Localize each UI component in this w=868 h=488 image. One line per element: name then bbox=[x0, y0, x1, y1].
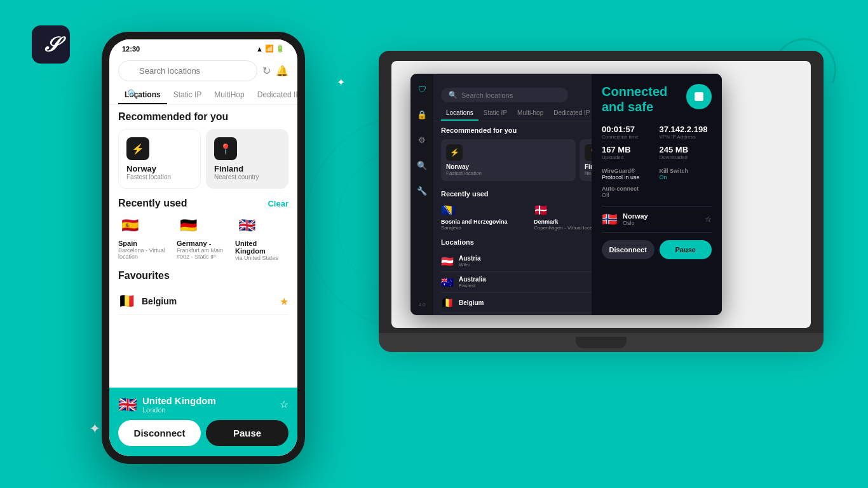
recent-uk[interactable]: 🇬🇧 United Kingdom via United States bbox=[235, 214, 288, 261]
recent-spain[interactable]: 🇪🇸 Spain Barcelona - Virtual location bbox=[118, 214, 172, 261]
phone-search-input[interactable] bbox=[118, 60, 257, 81]
star-icon[interactable]: ★ bbox=[280, 295, 288, 308]
app-tab-static-ip[interactable]: Static IP bbox=[478, 106, 512, 121]
phone-search-actions: ↻ 🔔 bbox=[262, 65, 288, 77]
sidebar-search-icon[interactable]: 🔍 bbox=[414, 158, 430, 173]
favourites-list: 🇧🇪 Belgium ★ bbox=[118, 288, 288, 315]
phone-search-row: 🔍 ↻ 🔔 bbox=[109, 55, 297, 86]
australia2-flag: 🇦🇺 bbox=[441, 276, 454, 288]
downloaded-stat: 245 MB Downloaded bbox=[660, 145, 712, 160]
laptop-disconnect-button[interactable]: Disconnect bbox=[602, 240, 654, 259]
bell-icon[interactable]: 🔔 bbox=[276, 65, 288, 77]
app-tab-multihop[interactable]: Multi-hop bbox=[512, 106, 548, 121]
bosnia-name: Bosnia and Herzegovina bbox=[441, 219, 508, 225]
phone-status-bar: 12:30 ▲ 📶 🔋 bbox=[109, 39, 297, 55]
laptop-pause-button[interactable]: Pause bbox=[660, 240, 712, 259]
app-search-box: 🔍 bbox=[441, 88, 568, 102]
sidebar-lock-icon[interactable]: 🔒 bbox=[414, 107, 430, 122]
auto-connect-info: Auto-connect Off bbox=[602, 186, 654, 198]
app-logo: 𝒮 bbox=[32, 25, 70, 64]
connection-time-stat: 00:01:57 Connection time bbox=[602, 125, 654, 140]
uploaded-label: Uploaded bbox=[602, 154, 654, 160]
app-search-input[interactable] bbox=[461, 92, 560, 99]
germany-name: Germany - bbox=[177, 240, 211, 247]
app-norway-name: Norway bbox=[446, 163, 571, 170]
rec-card-norway[interactable]: ⚡ Norway Fastest location bbox=[118, 129, 201, 189]
tab-locations[interactable]: Locations bbox=[118, 86, 167, 104]
laptop-notch bbox=[576, 337, 627, 348]
connected-flag: 🇬🇧 bbox=[118, 396, 137, 414]
rec-card-finland[interactable]: 📍 Finland Nearest country bbox=[206, 129, 288, 189]
spain-flag: 🇪🇸 bbox=[118, 214, 141, 237]
norway-icon: ⚡ bbox=[126, 137, 149, 160]
stats-grid: 00:01:57 Connection time 37.142.2.198 VP… bbox=[602, 125, 712, 160]
app-rec-norway[interactable]: ⚡ Norway Fastest location bbox=[441, 139, 576, 181]
laptop-action-buttons: Disconnect Pause bbox=[602, 240, 712, 259]
phone-time: 12:30 bbox=[122, 45, 140, 53]
disconnect-button[interactable]: Disconnect bbox=[118, 420, 201, 446]
recently-used-header: Recently used Clear bbox=[118, 198, 288, 209]
sidebar-shield-icon[interactable]: 🛡 bbox=[414, 81, 430, 97]
recommended-grid: ⚡ Norway Fastest location 📍 Finland Near… bbox=[118, 129, 288, 189]
downloaded-value: 245 MB bbox=[660, 145, 712, 154]
status-icons: ▲ 📶 🔋 bbox=[256, 44, 285, 53]
tab-dedicated-ip[interactable]: Dedicated IP bbox=[251, 86, 297, 104]
recent-germany[interactable]: 🇩🇪 Germany - Frankfurt am Main #002 - St… bbox=[177, 214, 230, 261]
kill-switch-info: Kill Switch On bbox=[660, 168, 712, 180]
protocol-sublabel: Protocol in use bbox=[602, 174, 654, 180]
wifi-icon: ▲ bbox=[256, 45, 263, 53]
denmark-flag: 🇩🇰 bbox=[534, 203, 548, 217]
uk-name: United Kingdom bbox=[235, 240, 288, 255]
phone-device: 12:30 ▲ 📶 🔋 🔍 ↻ 🔔 Locations Static IP Mu… bbox=[102, 32, 305, 464]
belgium-name: Belgium bbox=[142, 296, 273, 306]
connected-text: United Kingdom London bbox=[142, 395, 275, 414]
laptop-base bbox=[379, 333, 824, 352]
austria-flag: 🇦🇹 bbox=[441, 255, 454, 268]
finland-name: Finland bbox=[214, 164, 243, 173]
laptop-device: 🛡 🔒 ⚙ 🔍 🔧 4.0 — □ ✕ bbox=[379, 51, 824, 381]
pause-button[interactable]: Pause bbox=[206, 420, 288, 446]
connected-location-row: 🇳🇴 Norway Oslo ☆ bbox=[602, 206, 712, 233]
protocol-info: WireGuard® Protocol in use bbox=[602, 168, 654, 180]
favourites-title: Favourites bbox=[118, 270, 288, 281]
sidebar-settings-icon[interactable]: ⚙ bbox=[414, 132, 430, 147]
norway-name: Norway bbox=[126, 164, 156, 173]
conn-country: Norway bbox=[623, 212, 648, 220]
norway-sub: Fastest location bbox=[126, 173, 171, 180]
belgium-flag: 🇧🇪 bbox=[118, 293, 135, 309]
connection-time-value: 00:01:57 bbox=[602, 125, 654, 134]
uk-sub: via United States bbox=[235, 255, 278, 261]
app-tab-dedicated-ip[interactable]: Dedicated IP bbox=[548, 106, 595, 121]
connected-city: London bbox=[142, 406, 275, 414]
bosnia-sub: Sarajevo bbox=[441, 225, 461, 231]
recent-row: 🇪🇸 Spain Barcelona - Virtual location 🇩🇪… bbox=[118, 214, 288, 261]
toggle-icon bbox=[695, 92, 703, 101]
uploaded-value: 167 MB bbox=[602, 145, 654, 154]
recently-used-title: Recently used bbox=[118, 198, 187, 209]
search-icon: 🔍 bbox=[127, 89, 138, 99]
vpn-toggle[interactable] bbox=[686, 84, 712, 109]
conn-star-icon[interactable]: ☆ bbox=[705, 215, 712, 224]
recommended-title: Recommended for you bbox=[118, 111, 288, 123]
tab-multihop[interactable]: MultiHop bbox=[208, 86, 250, 104]
downloaded-label: Downloaded bbox=[660, 154, 712, 160]
info-grid: WireGuard® Protocol in use Kill Switch O… bbox=[602, 168, 712, 198]
app-version: 4.0 bbox=[418, 302, 425, 308]
app-tab-locations[interactable]: Locations bbox=[441, 106, 478, 121]
app-recent-bosnia[interactable]: 🇧🇦 Bosnia and Herzegovina Sarajevo bbox=[441, 203, 529, 231]
spain-sub: Barcelona - Virtual location bbox=[118, 247, 172, 260]
app-norway-sub: Fastest location bbox=[446, 170, 571, 176]
fav-belgium[interactable]: 🇧🇪 Belgium ★ bbox=[118, 288, 288, 315]
connected-star-icon[interactable]: ☆ bbox=[280, 398, 288, 410]
sidebar-gear-icon[interactable]: 🔧 bbox=[414, 183, 430, 198]
rotate-icon[interactable]: ↻ bbox=[262, 65, 271, 77]
app-window: 🛡 🔒 ⚙ 🔍 🔧 4.0 — □ ✕ bbox=[410, 74, 722, 315]
connected-title: Connectedand safe bbox=[602, 84, 667, 114]
vpn-ip-value: 37.142.2.198 bbox=[660, 125, 712, 134]
connected-location: 🇬🇧 United Kingdom London ☆ bbox=[118, 395, 288, 414]
clear-button[interactable]: Clear bbox=[268, 199, 288, 208]
conn-norway-flag: 🇳🇴 bbox=[602, 212, 618, 227]
connected-panel: Connectedand safe 00:01:57 Connection ti… bbox=[592, 74, 722, 315]
denmark-name: Denmark bbox=[534, 219, 559, 225]
tab-static-ip[interactable]: Static IP bbox=[167, 86, 208, 104]
